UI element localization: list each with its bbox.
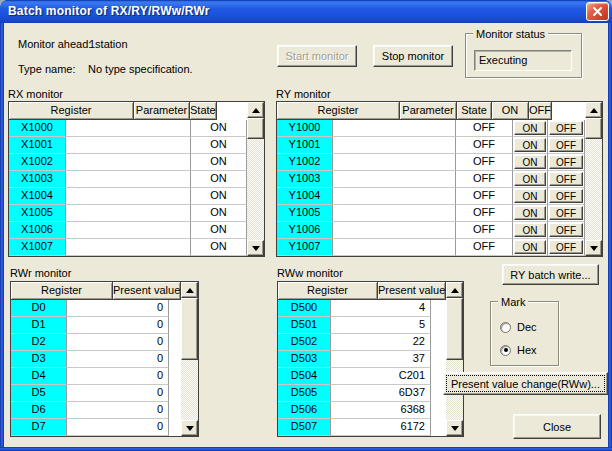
table-row[interactable]: Y1005 OFF ON OFF (277, 205, 585, 222)
on-button[interactable]: ON (514, 138, 546, 152)
table-row[interactable]: X1001 ON (9, 137, 247, 154)
off-button[interactable]: OFF (549, 121, 583, 135)
on-button[interactable]: ON (514, 155, 546, 169)
table-row[interactable]: D5 0 (11, 385, 181, 402)
scrollbar-thumb[interactable] (585, 118, 602, 139)
table-row[interactable]: D504 C201 (278, 368, 446, 385)
table-row[interactable]: Y1003 OFF ON OFF (277, 171, 585, 188)
scrollbar-thumb[interactable] (247, 118, 264, 139)
table-row[interactable]: Y1004 OFF ON OFF (277, 188, 585, 205)
on-cell: ON (513, 154, 548, 171)
present-value-change-button[interactable]: Present value change(RWw)... (443, 372, 608, 395)
present-value-cell: 0 (67, 317, 169, 334)
state-cell: OFF (456, 205, 513, 222)
register-cell: D4 (11, 368, 67, 385)
table-row[interactable]: D503 37 (278, 351, 446, 368)
start-monitor-button[interactable]: Start monitor (277, 45, 357, 67)
table-row[interactable]: X1004 ON (9, 188, 247, 205)
register-cell: D5 (11, 385, 67, 402)
scrollbar-thumb[interactable] (181, 298, 198, 360)
register-cell: D7 (11, 419, 67, 436)
on-button[interactable]: ON (514, 223, 546, 237)
close-dialog-button[interactable]: Close (513, 414, 601, 439)
off-button[interactable]: OFF (549, 138, 583, 152)
off-button[interactable]: OFF (549, 206, 583, 220)
table-row[interactable]: Y1007 OFF ON OFF (277, 239, 585, 256)
table-row[interactable]: D500 4 (278, 300, 446, 317)
rwr-scrollbar[interactable] (181, 282, 198, 436)
on-button[interactable]: ON (514, 172, 546, 186)
table-row[interactable]: Y1000 OFF ON OFF (277, 120, 585, 137)
parameter-name-cell (66, 239, 191, 256)
present-value-cell: 22 (331, 334, 431, 351)
ry-scrollbar[interactable] (585, 102, 602, 256)
rww-scrollbar[interactable] (446, 282, 463, 436)
mark-group: Mark Dec Hex (490, 301, 559, 366)
table-row[interactable]: X1000 ON (9, 120, 247, 137)
scroll-up-icon[interactable] (446, 282, 463, 298)
table-row[interactable]: D7 0 (11, 419, 181, 436)
table-row[interactable]: D3 0 (11, 351, 181, 368)
table-row[interactable]: D4 0 (11, 368, 181, 385)
register-cell: Y1005 (277, 205, 333, 222)
on-button[interactable]: ON (514, 206, 546, 220)
rww-header-row: RegisterPresent value (278, 282, 446, 300)
present-value-cell: 5 (331, 317, 431, 334)
register-cell: Y1002 (277, 154, 333, 171)
ry-batch-write-button[interactable]: RY batch write... (502, 264, 599, 285)
off-button[interactable]: OFF (549, 189, 583, 203)
table-row[interactable]: X1007 ON (9, 239, 247, 256)
scroll-down-icon[interactable] (247, 240, 264, 256)
state-cell: OFF (456, 239, 513, 256)
scroll-down-icon[interactable] (181, 420, 198, 436)
table-row[interactable]: X1003 ON (9, 171, 247, 188)
table-row[interactable]: X1005 ON (9, 205, 247, 222)
stop-monitor-button[interactable]: Stop monitor (373, 45, 453, 67)
state-cell: OFF (456, 137, 513, 154)
scroll-down-icon[interactable] (585, 240, 602, 256)
mark-radio-option[interactable]: Hex (500, 344, 558, 356)
scroll-up-icon[interactable] (585, 102, 602, 118)
register-cell: Y1001 (277, 137, 333, 154)
state-cell: OFF (456, 120, 513, 137)
table-row[interactable]: D6 0 (11, 402, 181, 419)
table-row[interactable]: D502 22 (278, 334, 446, 351)
on-button[interactable]: ON (514, 240, 546, 254)
table-row[interactable]: D507 6172 (278, 419, 446, 436)
on-button[interactable]: ON (514, 189, 546, 203)
type-name-label: Type name: (18, 63, 75, 76)
register-cell: X1006 (9, 222, 66, 239)
mark-radio-option[interactable]: Dec (500, 321, 558, 333)
table-row[interactable]: X1006 ON (9, 222, 247, 239)
table-row[interactable]: Y1001 OFF ON OFF (277, 137, 585, 154)
table-row[interactable]: Y1002 OFF ON OFF (277, 154, 585, 171)
table-row[interactable]: D501 5 (278, 317, 446, 334)
ry-header-row: RegisterParameter nameStateONOFF (277, 102, 585, 120)
off-cell: OFF (548, 205, 585, 222)
rx-scrollbar[interactable] (247, 102, 264, 256)
on-button[interactable]: ON (514, 121, 546, 135)
scroll-up-icon[interactable] (247, 102, 264, 118)
table-row[interactable]: D505 6D37 (278, 385, 446, 402)
table-row[interactable]: Y1006 OFF ON OFF (277, 222, 585, 239)
scroll-up-icon[interactable] (181, 282, 198, 298)
table-row[interactable]: D2 0 (11, 334, 181, 351)
close-button[interactable] (586, 2, 609, 21)
table-row[interactable]: D1 0 (11, 317, 181, 334)
off-button[interactable]: OFF (549, 172, 583, 186)
off-button[interactable]: OFF (549, 240, 583, 254)
state-cell: OFF (456, 154, 513, 171)
present-value-cell: 0 (67, 334, 169, 351)
scrollbar-thumb[interactable] (446, 298, 463, 360)
table-row[interactable]: D506 6368 (278, 402, 446, 419)
table-row[interactable]: D0 0 (11, 300, 181, 317)
off-button[interactable]: OFF (549, 223, 583, 237)
off-button[interactable]: OFF (549, 155, 583, 169)
table-row[interactable]: X1002 ON (9, 154, 247, 171)
scroll-down-icon[interactable] (446, 420, 463, 436)
window-border-bottom (0, 447, 612, 451)
register-cell: D505 (278, 385, 331, 402)
register-cell: D501 (278, 317, 331, 334)
column-header: ON (492, 102, 529, 120)
radio-button-icon (500, 322, 511, 333)
